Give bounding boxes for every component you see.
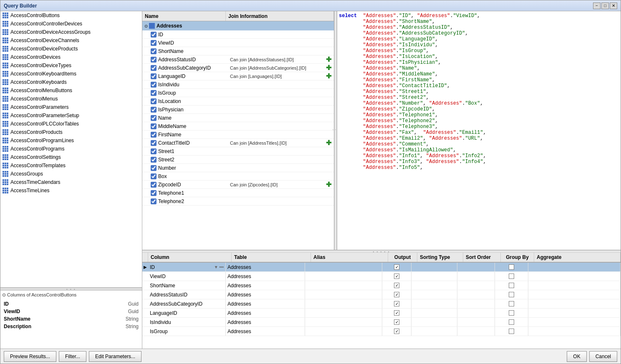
qr-aggregate-cell[interactable] [528,318,621,326]
table-list-item[interactable]: AccessControlMenuButtons [0,86,142,95]
group-by-checkbox[interactable] [509,329,514,334]
qr-groupby-cell[interactable] [495,281,528,290]
field-checkbox[interactable] [151,32,157,38]
qr-groupby-cell[interactable] [495,309,528,317]
join-plus-button[interactable]: ✚ [326,139,331,147]
group-by-checkbox[interactable] [509,264,514,270]
maximize-button[interactable]: □ [601,3,609,9]
field-checkbox[interactable] [151,157,157,163]
qr-sortorder-cell[interactable] [457,281,495,290]
group-by-checkbox[interactable] [509,301,514,306]
qr-alias-cell[interactable] [305,309,382,317]
qr-aggregate-cell[interactable] [528,299,621,308]
qr-sortorder-cell[interactable] [457,263,495,271]
table-list[interactable]: AccessControlButtons AccessControlContro… [0,11,142,288]
expand-button[interactable]: ⊙ [143,23,149,29]
field-checkbox[interactable] [151,73,157,79]
join-plus-button[interactable]: ✚ [326,181,331,188]
qr-sortorder-cell[interactable] [457,290,495,299]
edit-parameters-button[interactable]: Edit Parameters... [89,351,141,362]
minimize-button[interactable]: − [593,3,601,9]
preview-results-button[interactable]: Preview Results... [4,351,56,362]
field-checkbox[interactable] [151,173,157,179]
qr-aggregate-cell[interactable] [528,309,621,317]
field-checkbox[interactable] [151,82,157,88]
qr-sorttype-cell[interactable] [411,318,457,326]
field-checkbox[interactable] [151,40,157,46]
field-checkbox[interactable] [151,115,157,121]
table-list-item[interactable]: AccessControlPLCColorTables [0,120,142,128]
field-checkbox[interactable] [151,182,157,188]
field-checkbox[interactable] [151,90,157,96]
qr-alias-cell[interactable] [305,281,382,290]
ok-button[interactable]: OK [567,351,586,362]
qr-sorttype-cell[interactable] [411,290,457,299]
output-checkbox[interactable] [394,264,399,270]
query-table[interactable]: Column Table Alias Output Sorting Type S… [142,253,621,349]
qr-output-cell[interactable] [382,318,411,326]
qr-sorttype-cell[interactable] [411,272,457,281]
table-list-item[interactable]: AccessControlDeviceChannels [0,36,142,45]
join-plus-button[interactable]: ✚ [326,72,331,80]
qr-sorttype-cell[interactable] [411,309,457,317]
qr-aggregate-cell[interactable] [528,263,621,271]
qr-output-cell[interactable] [382,290,411,299]
qr-output-cell[interactable] [382,299,411,308]
qr-groupby-cell[interactable] [495,327,528,336]
table-list-item[interactable]: AccessControlProducts [0,128,142,136]
qr-output-cell[interactable] [382,272,411,281]
query-row[interactable]: IsIndividu Addresses [142,318,621,327]
table-list-item[interactable]: AccessTimeLines [0,186,142,195]
qr-sorttype-cell[interactable] [411,281,457,290]
qr-sortorder-cell[interactable] [457,272,495,281]
qr-output-cell[interactable] [382,263,411,271]
table-list-item[interactable]: AccessTimeCalendars [0,178,142,186]
qr-aggregate-cell[interactable] [528,272,621,281]
table-list-item[interactable]: AccessControlControllerDevices [0,20,142,28]
qr-aggregate-cell[interactable] [528,290,621,299]
qr-alias-cell[interactable] [305,290,382,299]
field-checkbox[interactable] [151,190,157,196]
table-list-item[interactable]: AccessGroups [0,170,142,178]
table-list-item[interactable]: AccessControlParameters [0,103,142,111]
qr-groupby-cell[interactable] [495,318,528,326]
qr-alias-cell[interactable] [305,263,382,271]
qr-groupby-cell[interactable] [495,299,528,308]
field-checkbox[interactable] [151,165,157,171]
field-checkbox[interactable] [151,48,157,54]
table-list-item[interactable]: AccessControlDeviceTypes [0,61,142,70]
table-list-item[interactable]: AccessControlTemplates [0,161,142,170]
field-checkbox[interactable] [151,148,157,154]
query-row[interactable]: IsGroup Addresses [142,327,621,336]
qr-groupby-cell[interactable] [495,272,528,281]
field-checkbox[interactable] [151,57,157,63]
table-list-item[interactable]: AccessControlSettings [0,153,142,161]
qr-sorttype-cell[interactable] [411,263,457,271]
output-checkbox[interactable] [394,301,399,306]
fields-body[interactable]: ⊙ Addresses ID [142,21,334,250]
field-checkbox[interactable] [151,123,157,129]
qr-groupby-cell[interactable] [495,290,528,299]
query-row[interactable]: ▶ ID ▼ ••• Addresses [142,263,621,272]
join-plus-button[interactable]: ✚ [326,55,331,63]
output-checkbox[interactable] [394,283,399,288]
table-list-item[interactable]: AccessControlDeviceAccessGroups [0,28,142,36]
qr-sorttype-cell[interactable] [411,327,457,336]
qr-aggregate-cell[interactable] [528,281,621,290]
query-row[interactable]: LanguageID Addresses [142,309,621,318]
close-button[interactable]: ✕ [610,3,617,9]
qr-alias-cell[interactable] [305,327,382,336]
group-by-checkbox[interactable] [509,292,514,297]
group-by-checkbox[interactable] [509,274,514,279]
query-row[interactable]: AddressSubCategoryID Addresses [142,299,621,309]
output-checkbox[interactable] [394,292,399,297]
table-list-item[interactable]: AccessControlProgramLines [0,136,142,145]
table-list-item[interactable]: AccessControlKeyboards [0,78,142,86]
table-list-item[interactable]: AccessControlParameterSetup [0,111,142,120]
join-plus-button[interactable]: ✚ [326,64,331,72]
output-checkbox[interactable] [394,319,399,325]
field-checkbox[interactable] [151,107,157,113]
qr-alias-cell[interactable] [305,318,382,326]
group-by-checkbox[interactable] [509,310,514,316]
output-checkbox[interactable] [394,329,399,334]
